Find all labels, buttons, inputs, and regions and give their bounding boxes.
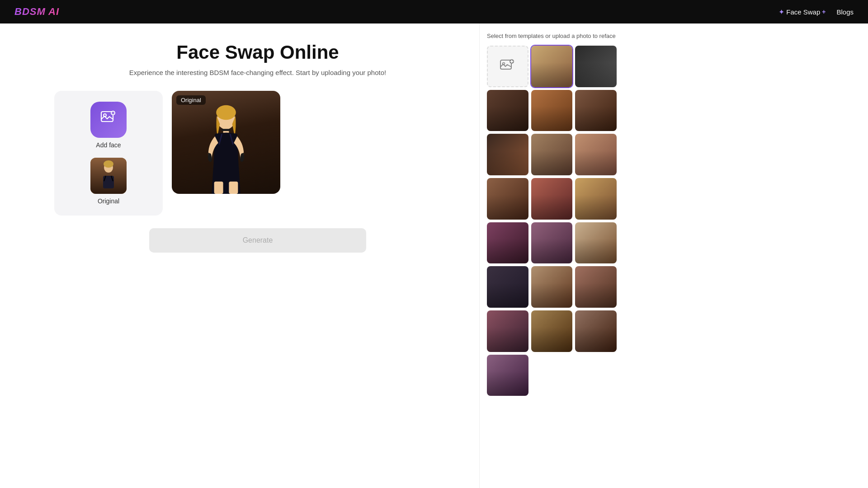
generate-button[interactable]: Generate (149, 228, 366, 253)
template-item[interactable] (487, 134, 528, 175)
svg-point-11 (216, 105, 236, 120)
template-item[interactable] (531, 266, 573, 308)
template-item[interactable] (487, 355, 528, 396)
original-badge: Original (176, 95, 206, 105)
plus-icon: + (822, 8, 826, 15)
spark-icon: ✦ (778, 8, 784, 16)
template-item[interactable] (575, 46, 617, 87)
template-grid (487, 46, 617, 396)
template-item[interactable] (531, 310, 573, 352)
template-item[interactable] (487, 266, 528, 308)
original-thumbnail[interactable] (90, 158, 127, 194)
svg-point-6 (104, 160, 113, 168)
page-wrapper: Face Swap Online Experience the interest… (0, 23, 868, 488)
template-item[interactable] (575, 266, 617, 308)
svg-rect-13 (222, 129, 231, 131)
page-subtitle: Experience the interesting BDSM face-cha… (54, 69, 461, 76)
template-item[interactable] (575, 134, 617, 175)
upload-icon (500, 58, 516, 75)
sidebar: Select from templates or upload a photo … (479, 23, 624, 488)
blogs-nav-link[interactable]: Blogs (836, 8, 854, 16)
svg-rect-16 (214, 182, 223, 194)
template-item[interactable] (531, 46, 573, 87)
navbar-right: ✦ Face Swap + Blogs (778, 8, 854, 16)
original-face-item: Original (63, 158, 154, 205)
template-item[interactable] (531, 222, 573, 264)
navbar: BDSM AI ✦ Face Swap + Blogs (0, 0, 868, 23)
add-face-label: Add face (96, 141, 121, 149)
template-item[interactable] (575, 90, 617, 131)
template-item[interactable] (531, 178, 573, 220)
page-title: Face Swap Online (54, 42, 461, 63)
template-item[interactable] (531, 134, 573, 175)
logo[interactable]: BDSM AI (14, 6, 59, 18)
original-image-container: Original (172, 91, 280, 194)
original-label: Original (98, 197, 119, 205)
template-item[interactable] (575, 310, 617, 352)
template-item[interactable] (575, 178, 617, 220)
face-panel: Add face (54, 91, 163, 216)
figure-area (172, 91, 280, 194)
face-swap-nav-label: Face Swap (786, 8, 820, 16)
add-face-button[interactable] (90, 102, 127, 138)
main-content: Face Swap Online Experience the interest… (0, 23, 479, 488)
template-item[interactable] (487, 310, 528, 352)
template-item[interactable] (487, 222, 528, 264)
add-face-item: Add face (63, 102, 154, 149)
template-upload-button[interactable] (487, 46, 528, 87)
svg-rect-17 (229, 182, 238, 194)
workspace: Add face (54, 91, 461, 216)
sidebar-instruction: Select from templates or upload a photo … (487, 33, 617, 39)
add-face-icon (100, 109, 117, 130)
template-item[interactable] (487, 178, 528, 220)
nav-face-swap[interactable]: ✦ Face Swap + (778, 8, 826, 16)
template-item[interactable] (487, 90, 528, 131)
template-item[interactable] (575, 222, 617, 264)
template-item[interactable] (531, 90, 573, 131)
